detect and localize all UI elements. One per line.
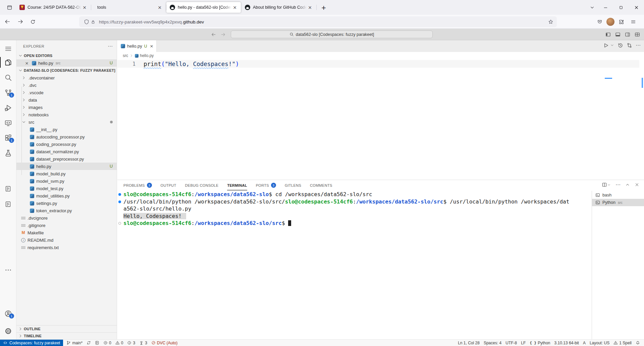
customize-layout-icon[interactable] [634, 31, 641, 38]
status-item-cursor-position[interactable]: Ln 1, Col 28 [456, 341, 482, 345]
tree-item[interactable]: MMakefile [16, 229, 117, 236]
back-button[interactable] [2, 17, 13, 27]
status-item-errors[interactable]: 0 [101, 341, 113, 345]
tree-item[interactable]: requirements.txt [16, 244, 117, 251]
tree-item[interactable]: hello.pyU [16, 163, 117, 170]
profile-avatar[interactable] [606, 18, 614, 26]
vscode-back-icon[interactable] [209, 31, 218, 38]
panel-tab-ports[interactable]: PORTS3 [256, 180, 276, 190]
remote-indicator[interactable]: Codespaces: fuzzy parakeet [0, 340, 63, 346]
url-bar[interactable]: https://fuzzy-parakeet-vwv5wq9p4x2pxvq.g… [79, 16, 557, 27]
status-item-sync-changes[interactable] [85, 341, 93, 345]
terminal-instance-bash[interactable]: bash [592, 191, 644, 199]
run-python-file-icon[interactable] [603, 43, 609, 48]
activity-item-explorer[interactable] [0, 57, 16, 68]
panel-tab-terminal[interactable]: TERMINAL [227, 180, 247, 190]
forward-button[interactable] [15, 17, 25, 27]
panel-tab-gitlens[interactable]: GITLENS [285, 180, 301, 190]
open-changes-icon[interactable] [627, 43, 632, 48]
tree-item[interactable]: .gitignore [16, 222, 117, 229]
toggle-primary-sidebar-icon[interactable] [604, 31, 611, 38]
activity-item-menu[interactable] [0, 43, 16, 54]
status-item-infos[interactable]: 3 [125, 341, 137, 345]
activity-item-testing[interactable] [0, 147, 16, 159]
tree-item[interactable]: coding_processor.py [16, 140, 117, 148]
tree-item[interactable]: notebooks [16, 111, 117, 118]
list-all-tabs-icon[interactable] [586, 2, 598, 12]
firefox-view-icon[interactable] [4, 3, 15, 12]
toggle-secondary-sidebar-icon[interactable] [624, 31, 631, 38]
new-tab-button[interactable]: + [319, 3, 329, 12]
browser-tab[interactable]: hello.py - data562-slo [Codespa× [166, 2, 241, 13]
close-icon[interactable]: × [231, 4, 238, 11]
status-item-warnings[interactable]: 0 [113, 341, 125, 345]
activity-item-run-and-debug[interactable] [0, 102, 16, 113]
browser-tab[interactable]: Course: 24/SP DATA-562-OL1 - S× [16, 2, 91, 13]
status-item-dvc-auto[interactable]: DVC (Auto) [149, 341, 179, 345]
tree-item[interactable]: autocoding_processor.py [16, 133, 117, 140]
status-item-language-mode[interactable]: { }Python [528, 341, 552, 345]
activity-item-extensions[interactable]: 1 [0, 132, 16, 143]
status-item-accessibility[interactable]: A [581, 341, 588, 345]
activity-item-source-control[interactable]: 1 [0, 87, 16, 98]
lock-icon[interactable] [91, 19, 96, 24]
status-item-spell-checker[interactable]: 1 Spell [611, 341, 634, 345]
panel-more-actions-icon[interactable]: ⋯ [615, 182, 621, 188]
tree-item[interactable]: __init__.py [16, 126, 117, 133]
browser-tab[interactable]: About billing for GitHub Codes× [241, 2, 316, 13]
activity-item-additional-views[interactable] [0, 264, 16, 276]
status-item-encoding[interactable]: UTF-8 [503, 341, 519, 345]
editor-tab-hello-py[interactable]: hello.py U × [117, 40, 157, 52]
command-center-search[interactable]: data562-slo [Codespaces: fuzzy parakeet] [231, 31, 433, 38]
status-item-notifications[interactable] [634, 341, 642, 345]
status-item-keyboard-layout[interactable]: Layout: US [588, 341, 611, 345]
tree-item[interactable]: src [16, 118, 117, 126]
command-decoration-outline[interactable] [118, 222, 121, 225]
tracking-protection-shield-icon[interactable] [84, 19, 89, 24]
activity-item-custom-extension-1[interactable] [0, 183, 16, 194]
close-icon[interactable]: × [24, 60, 30, 66]
maximize-panel-icon[interactable] [625, 182, 630, 187]
pocket-icon[interactable] [594, 17, 605, 27]
close-icon[interactable]: × [156, 4, 163, 11]
activity-item-settings[interactable] [0, 325, 16, 337]
tree-item[interactable]: model_svm.py [16, 177, 117, 185]
tree-item[interactable]: model_build.py [16, 170, 117, 177]
tree-item[interactable]: settings.py [16, 199, 117, 207]
activity-item-custom-extension-2[interactable] [0, 198, 16, 210]
timeline-section-header[interactable]: TIMELINE [16, 332, 117, 339]
window-close-button[interactable] [629, 0, 644, 15]
tree-item[interactable]: token_extractor.py [16, 207, 117, 214]
breadcrumb[interactable]: src hello.py [117, 52, 644, 59]
status-item-eol[interactable]: LF [519, 341, 528, 345]
bookmark-star-icon[interactable] [548, 19, 553, 24]
open-editors-header[interactable]: OPEN EDITORS [16, 52, 117, 59]
scrollbar-decoration[interactable] [642, 78, 643, 88]
status-item-indentation[interactable]: Spaces: 4 [482, 341, 503, 345]
window-minimize-button[interactable] [598, 0, 613, 15]
tree-item[interactable]: data [16, 96, 117, 104]
tree-item[interactable]: model_test.py [16, 185, 117, 192]
tree-item[interactable]: images [16, 104, 117, 111]
activity-item-accounts[interactable]: 1 [0, 308, 16, 319]
panel-tab-debug-console[interactable]: DEBUG CONSOLE [185, 180, 219, 190]
window-maximize-button[interactable] [613, 0, 629, 15]
code-area[interactable]: 1 print("Hello, Codespaces!") [117, 59, 644, 180]
close-panel-icon[interactable] [635, 182, 639, 187]
timeline-history-icon[interactable] [618, 43, 623, 48]
toggle-panel-icon[interactable] [614, 31, 621, 38]
close-icon[interactable]: × [81, 4, 88, 11]
close-icon[interactable]: × [150, 44, 153, 49]
tree-item[interactable]: model_utilities.py [16, 192, 117, 199]
terminal-instance-python[interactable]: Pythonsrc [592, 199, 644, 206]
status-item-git-branch[interactable]: main* [64, 341, 85, 345]
vscode-forward-icon[interactable] [219, 31, 227, 38]
tree-item[interactable]: iREADME.md [16, 236, 117, 244]
split-terminal-icon[interactable] [602, 182, 611, 187]
explorer-more-actions-icon[interactable]: ⋯ [108, 43, 113, 49]
workspace-root-header[interactable]: DATA562-SLO [CODESPACES: FUZZY PARAKEET] [16, 67, 117, 74]
tree-item[interactable]: .devcontainer [16, 74, 117, 81]
browser-tab[interactable]: tools× [91, 2, 166, 13]
close-icon[interactable]: × [307, 4, 313, 11]
tree-item[interactable]: .dvcignore [16, 214, 117, 222]
